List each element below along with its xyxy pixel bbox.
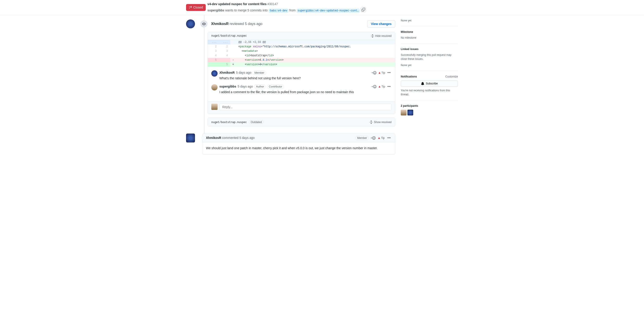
add-reaction-button[interactable]: + <box>372 71 376 75</box>
base-branch[interactable]: twbs:v4-dev <box>268 8 288 13</box>
unfold-icon <box>370 120 373 124</box>
avatar[interactable] <box>186 134 195 143</box>
tip-button[interactable]: ▲ Tip <box>378 136 384 140</box>
review-comment: XhmikosR 5 days ago Member + ▲ Tip ••• W… <box>211 70 392 81</box>
diff-line-deletion: 5 - <version>4.4.1</version> <box>208 58 395 62</box>
comment-timestamp[interactable]: 5 days ago <box>239 136 255 140</box>
unfold-icon <box>371 34 374 38</box>
participant-avatar[interactable] <box>401 110 406 116</box>
tip-button[interactable]: ▲ Tip <box>378 84 385 89</box>
svg-point-0 <box>374 71 376 74</box>
hide-resolved-button[interactable]: Hide resolved <box>371 34 392 38</box>
smiley-icon <box>372 136 376 140</box>
avatar[interactable] <box>186 19 195 28</box>
show-resolved-button[interactable]: Show resolved <box>370 120 392 124</box>
member-badge: Member <box>355 136 369 140</box>
copy-icon <box>362 8 365 11</box>
comment-author-link[interactable]: XhmikosR <box>206 136 221 140</box>
eye-icon <box>202 22 206 26</box>
avatar[interactable] <box>211 84 218 90</box>
smiley-icon <box>373 71 376 75</box>
linked-issues-none: None yet <box>401 63 458 67</box>
copy-branch-button[interactable] <box>361 7 366 12</box>
participant-avatar[interactable] <box>408 110 413 116</box>
svg-point-1 <box>374 72 374 72</box>
review-time[interactable]: 5 days ago <box>245 22 262 26</box>
pr-meta: supergibbs wants to merge 5 commits into… <box>208 7 458 13</box>
review-comment: supergibbs 5 days ago Author Contributor… <box>211 84 392 94</box>
customize-link[interactable]: Customize <box>445 75 458 79</box>
file-path[interactable]: nuget/bootstrap.nuspec <box>211 34 247 38</box>
milestone-value: No milestone <box>401 36 458 40</box>
svg-point-6 <box>372 137 376 139</box>
timeline-comment: XhmikosR commented 5 days ago Member + ▲… <box>186 134 395 154</box>
outdated-label: Outdated <box>249 120 264 124</box>
sidebar: None yet Milestone No milestone Linked i… <box>401 15 458 154</box>
comment-author-link[interactable]: XhmikosR <box>219 70 234 75</box>
comment-menu-button[interactable]: ••• <box>386 84 392 89</box>
tip-button[interactable]: ▲ Tip <box>378 70 385 75</box>
comment-timestamp[interactable]: 5 days ago <box>236 70 251 75</box>
sticky-header: Closed v4-dev updated nuspec for content… <box>0 0 644 15</box>
unmute-icon <box>421 82 424 85</box>
diff-line: 2 2 <package xmlns="http://schemas.micro… <box>208 44 395 49</box>
diff-line-addition: 5 + <version>4</version> <box>208 62 395 67</box>
linked-issues-heading[interactable]: Linked issues <box>401 47 458 51</box>
review-marker-icon <box>200 20 208 27</box>
avatar[interactable] <box>211 70 218 77</box>
participants-heading: 2 participants <box>401 104 458 108</box>
svg-point-3 <box>374 85 376 88</box>
state-badge: Closed <box>186 4 206 11</box>
file-path[interactable]: nuget/bootstrap.nuspec <box>211 121 247 124</box>
add-reaction-button[interactable]: + <box>370 136 376 140</box>
comment-timestamp[interactable]: 5 days ago <box>238 84 253 89</box>
reviewer-link[interactable]: XhmikosR <box>211 22 228 26</box>
svg-point-7 <box>373 137 374 138</box>
head-branch[interactable]: supergibbs:v4-dev-updated-nuspec-cont… <box>296 8 360 13</box>
hunk-header-row: ... ... @@ -2,16 +2,16 @@ <box>208 40 395 44</box>
avatar <box>211 104 218 110</box>
outdated-review-thread: nuget/bootstrap.nuspec Outdated Show res… <box>208 118 395 126</box>
milestone-heading[interactable]: Milestone <box>401 30 458 34</box>
notifications-note: You're not receiving notifications from … <box>401 88 458 96</box>
svg-point-5 <box>375 86 376 86</box>
reply-form <box>208 102 395 114</box>
contributor-badge: Contributor <box>267 84 284 89</box>
diff-table: ... ... @@ -2,16 +2,16 @@ 2 2 <package x… <box>208 40 395 67</box>
comment-menu-button[interactable]: ••• <box>386 136 392 140</box>
smiley-icon <box>373 85 376 88</box>
notifications-heading: Notifications <box>401 75 417 79</box>
view-changes-button[interactable]: View changes <box>367 20 395 27</box>
review-thread: nuget/bootstrap.nuspec Hide resolved ...… <box>208 32 395 114</box>
svg-point-4 <box>374 86 374 86</box>
pr-closed-icon <box>189 5 192 9</box>
author-link[interactable]: supergibbs <box>208 8 224 12</box>
subscribe-button[interactable]: Subscribe <box>401 80 458 87</box>
add-reaction-button[interactable]: + <box>372 85 376 89</box>
diff-line: 4 4 <id>bootstrap</id> <box>208 53 395 58</box>
comment-body-text: We should just land one patch in master,… <box>202 142 395 154</box>
member-badge: Member <box>253 71 266 75</box>
pr-title: v4-dev updated nuspec for content files … <box>208 2 458 6</box>
comment-author-link[interactable]: supergibbs <box>219 84 236 89</box>
comment-menu-button[interactable]: ••• <box>386 70 392 75</box>
sidebar-none-yet: None yet <box>401 18 458 22</box>
svg-point-2 <box>375 72 376 72</box>
svg-point-8 <box>374 137 374 138</box>
review-event: XhmikosR reviewed 5 days ago View change… <box>186 19 395 126</box>
author-badge: Author <box>254 84 266 89</box>
linked-issues-desc: Successfully merging this pull request m… <box>401 53 458 61</box>
reply-input[interactable] <box>219 104 392 110</box>
diff-line: 3 3 <metadata> <box>208 49 395 53</box>
